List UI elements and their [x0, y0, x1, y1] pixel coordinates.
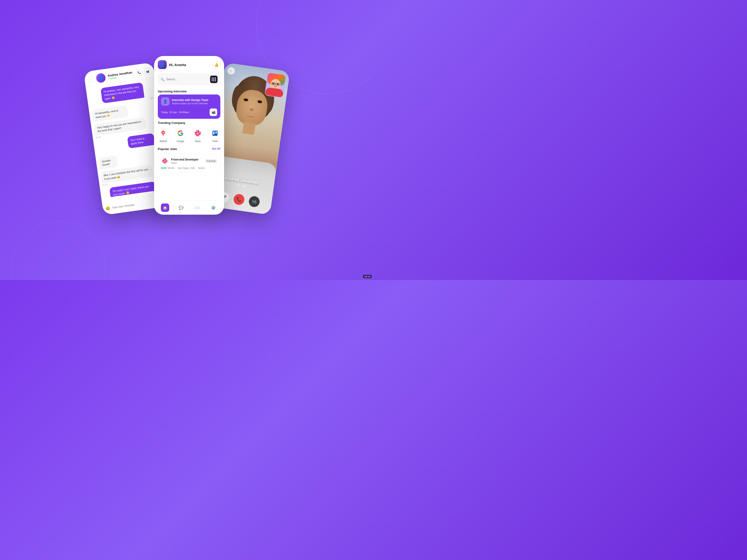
job-type-badge: Full-time — [205, 159, 217, 163]
phones-container: ‹ 👤 Andrea Jonathan Online 📞 📹 Hi andrea… — [84, 61, 289, 219]
message-bubble: Sounds Good!! — [99, 155, 118, 170]
svg-rect-2 — [215, 131, 216, 133]
join-video-button[interactable]: 📹 — [210, 108, 217, 116]
grid-icon — [212, 77, 216, 81]
nav-mail[interactable]: ✉️ — [193, 204, 202, 212]
nose — [250, 108, 254, 111]
mouth — [247, 114, 255, 117]
interview-bottom: Today, 19 Jan - 04:00am 📹 — [161, 108, 217, 116]
emoji-button[interactable]: 😊 — [105, 206, 110, 211]
message-received-5: Sounds Good!! — [99, 155, 123, 170]
airbnb-logo — [158, 128, 169, 139]
job-info: Front-end Developer Slack — [171, 158, 203, 164]
avatar-image: 👤 — [96, 73, 106, 83]
back-button[interactable]: ‹ — [87, 76, 94, 83]
home-header: 👤 Hi, Ananta 🔔 — [154, 56, 224, 72]
glass-right — [276, 83, 280, 86]
thumb-mouth — [274, 86, 276, 87]
watermark: ui8.net — [363, 275, 371, 278]
job-location: San Diego, USA — [178, 167, 195, 169]
message-sent-1: Hi andrea, i am samantha. very intereste… — [100, 81, 155, 106]
interview-header: 👤 Interview with Design Team Andrea invi… — [161, 97, 217, 106]
thumbnail-content — [265, 73, 286, 98]
trello-logo — [210, 128, 221, 139]
nav-messages[interactable]: 💬 — [177, 204, 185, 212]
company-name: Trello — [212, 140, 218, 142]
interview-time: Today, 19 Jan - 04:00am — [161, 111, 189, 114]
companies-list: AirBnB Google — [158, 128, 221, 142]
toggle-video-button[interactable]: 📹 — [248, 195, 260, 208]
video-call-button[interactable]: 📹 — [144, 68, 151, 75]
trending-title: Trending Company — [158, 119, 221, 126]
company-name: Google — [177, 140, 184, 142]
slack-logo — [192, 128, 203, 139]
job-details: $240 / Month San Diego, USA Senior — [161, 167, 217, 169]
trending-section: Trending Company AirBnB — [154, 119, 224, 142]
phone-center: 👤 Hi, Ananta 🔔 🔍 Upcoming Interview 👤 — [154, 56, 224, 215]
search-input[interactable] — [166, 78, 208, 81]
search-icon: 🔍 — [161, 78, 164, 81]
popular-title: Popular Jobs — [158, 145, 177, 152]
contact-info: Andrea Jonathan Online — [107, 71, 134, 80]
job-company-logo — [161, 157, 169, 165]
company-google[interactable]: Google — [175, 128, 186, 142]
job-card[interactable]: Front-end Developer Slack Full-time $240… — [158, 154, 221, 172]
message-input[interactable] — [112, 199, 160, 209]
see-all-button[interactable]: See All — [212, 147, 221, 150]
google-logo — [175, 128, 186, 139]
upcoming-title: Upcoming Interview — [154, 87, 224, 95]
interview-card[interactable]: 👤 Interview with Design Team Andrea invi… — [158, 95, 221, 119]
nav-settings[interactable]: ⚙️ — [209, 204, 217, 212]
interview-info: Interview with Design Team Andrea invite… — [172, 99, 208, 105]
job-level: Senior — [198, 167, 205, 169]
phone-call-button[interactable]: 📞 — [136, 69, 143, 76]
interview-title: Interview with Design Team — [172, 99, 208, 102]
neck — [242, 122, 255, 135]
company-name: AirBnB — [159, 140, 167, 142]
search-bar[interactable]: 🔍 — [158, 73, 221, 85]
nav-home[interactable]: 🏠 — [161, 204, 169, 212]
job-header: Front-end Developer Slack Full-time — [161, 157, 217, 165]
bottom-nav: 🏠 💬 ✉️ ⚙️ — [154, 201, 224, 215]
grid-view-button[interactable] — [210, 76, 217, 83]
company-slack[interactable]: Slack — [192, 128, 203, 142]
message-bubble: Hi samantha, nice to meet you 🤝 — [92, 105, 128, 122]
job-title: Front-end Developer — [171, 158, 203, 161]
greeting-text: Hi, Ananta — [169, 63, 210, 67]
chat-action-icons: 📞 📹 — [136, 68, 151, 76]
contact-avatar: 👤 — [96, 73, 106, 83]
popular-header: Popular Jobs See All — [158, 145, 221, 152]
glass-left — [272, 82, 276, 85]
svg-rect-1 — [213, 131, 214, 134]
job-salary: $240 / Month — [161, 167, 174, 169]
interviewer-avatar: 👤 — [161, 97, 170, 106]
company-trello[interactable]: Trello — [210, 128, 221, 142]
eye-right — [257, 100, 262, 104]
job-company: Slack — [171, 162, 203, 164]
popular-jobs-section: Popular Jobs See All Front-end Developer… — [154, 145, 224, 172]
interview-subtitle: Andrea invites you to this interview — [172, 102, 208, 105]
company-airbnb[interactable]: AirBnB — [158, 128, 169, 142]
self-video-thumbnail — [264, 72, 286, 98]
end-call-button[interactable]: 📞 — [233, 193, 245, 206]
company-name: Slack — [195, 140, 201, 142]
eye-left — [243, 98, 248, 102]
avatar-image: 👤 — [158, 60, 167, 69]
user-avatar: 👤 — [158, 60, 167, 69]
notification-button[interactable]: 🔔 — [212, 61, 221, 69]
